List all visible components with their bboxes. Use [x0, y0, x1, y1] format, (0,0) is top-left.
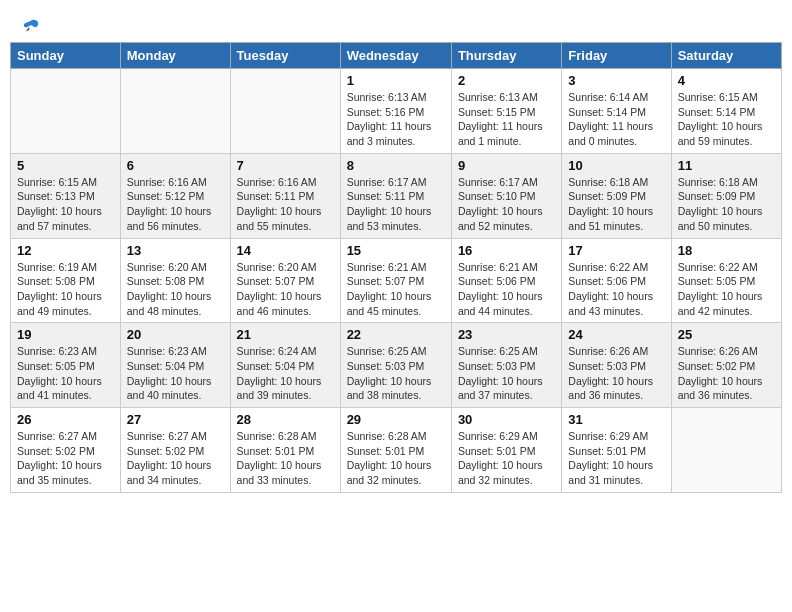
day-number: 10	[568, 158, 664, 173]
calendar-day-26: 26Sunrise: 6:27 AMSunset: 5:02 PMDayligh…	[11, 408, 121, 493]
calendar-table: SundayMondayTuesdayWednesdayThursdayFrid…	[10, 42, 782, 493]
calendar-day-16: 16Sunrise: 6:21 AMSunset: 5:06 PMDayligh…	[451, 238, 561, 323]
calendar-day-28: 28Sunrise: 6:28 AMSunset: 5:01 PMDayligh…	[230, 408, 340, 493]
day-info: Sunrise: 6:28 AMSunset: 5:01 PMDaylight:…	[347, 429, 445, 488]
day-number: 25	[678, 327, 775, 342]
day-info: Sunrise: 6:23 AMSunset: 5:05 PMDaylight:…	[17, 344, 114, 403]
calendar-day-4: 4Sunrise: 6:15 AMSunset: 5:14 PMDaylight…	[671, 69, 781, 154]
day-info: Sunrise: 6:29 AMSunset: 5:01 PMDaylight:…	[458, 429, 555, 488]
day-number: 28	[237, 412, 334, 427]
day-number: 3	[568, 73, 664, 88]
calendar-day-29: 29Sunrise: 6:28 AMSunset: 5:01 PMDayligh…	[340, 408, 451, 493]
calendar-day-2: 2Sunrise: 6:13 AMSunset: 5:15 PMDaylight…	[451, 69, 561, 154]
day-info: Sunrise: 6:28 AMSunset: 5:01 PMDaylight:…	[237, 429, 334, 488]
calendar-day-21: 21Sunrise: 6:24 AMSunset: 5:04 PMDayligh…	[230, 323, 340, 408]
calendar-day-6: 6Sunrise: 6:16 AMSunset: 5:12 PMDaylight…	[120, 153, 230, 238]
day-info: Sunrise: 6:18 AMSunset: 5:09 PMDaylight:…	[678, 175, 775, 234]
calendar-empty-cell	[120, 69, 230, 154]
day-number: 5	[17, 158, 114, 173]
day-info: Sunrise: 6:16 AMSunset: 5:11 PMDaylight:…	[237, 175, 334, 234]
day-info: Sunrise: 6:25 AMSunset: 5:03 PMDaylight:…	[458, 344, 555, 403]
day-info: Sunrise: 6:21 AMSunset: 5:06 PMDaylight:…	[458, 260, 555, 319]
day-info: Sunrise: 6:17 AMSunset: 5:10 PMDaylight:…	[458, 175, 555, 234]
day-number: 29	[347, 412, 445, 427]
calendar-week-row: 5Sunrise: 6:15 AMSunset: 5:13 PMDaylight…	[11, 153, 782, 238]
calendar-day-17: 17Sunrise: 6:22 AMSunset: 5:06 PMDayligh…	[562, 238, 671, 323]
calendar-day-12: 12Sunrise: 6:19 AMSunset: 5:08 PMDayligh…	[11, 238, 121, 323]
calendar-day-30: 30Sunrise: 6:29 AMSunset: 5:01 PMDayligh…	[451, 408, 561, 493]
calendar-header-row: SundayMondayTuesdayWednesdayThursdayFrid…	[11, 43, 782, 69]
calendar-day-5: 5Sunrise: 6:15 AMSunset: 5:13 PMDaylight…	[11, 153, 121, 238]
calendar-day-27: 27Sunrise: 6:27 AMSunset: 5:02 PMDayligh…	[120, 408, 230, 493]
day-number: 11	[678, 158, 775, 173]
calendar-week-row: 12Sunrise: 6:19 AMSunset: 5:08 PMDayligh…	[11, 238, 782, 323]
calendar-day-15: 15Sunrise: 6:21 AMSunset: 5:07 PMDayligh…	[340, 238, 451, 323]
day-number: 1	[347, 73, 445, 88]
day-number: 19	[17, 327, 114, 342]
calendar-empty-cell	[671, 408, 781, 493]
calendar-header-friday: Friday	[562, 43, 671, 69]
day-info: Sunrise: 6:13 AMSunset: 5:15 PMDaylight:…	[458, 90, 555, 149]
calendar-day-18: 18Sunrise: 6:22 AMSunset: 5:05 PMDayligh…	[671, 238, 781, 323]
calendar-day-1: 1Sunrise: 6:13 AMSunset: 5:16 PMDaylight…	[340, 69, 451, 154]
calendar-header-sunday: Sunday	[11, 43, 121, 69]
day-info: Sunrise: 6:14 AMSunset: 5:14 PMDaylight:…	[568, 90, 664, 149]
calendar-day-7: 7Sunrise: 6:16 AMSunset: 5:11 PMDaylight…	[230, 153, 340, 238]
calendar-day-9: 9Sunrise: 6:17 AMSunset: 5:10 PMDaylight…	[451, 153, 561, 238]
day-number: 22	[347, 327, 445, 342]
calendar-day-20: 20Sunrise: 6:23 AMSunset: 5:04 PMDayligh…	[120, 323, 230, 408]
day-number: 8	[347, 158, 445, 173]
calendar-header-tuesday: Tuesday	[230, 43, 340, 69]
page-header	[10, 10, 782, 36]
calendar-day-19: 19Sunrise: 6:23 AMSunset: 5:05 PMDayligh…	[11, 323, 121, 408]
day-number: 17	[568, 243, 664, 258]
day-info: Sunrise: 6:21 AMSunset: 5:07 PMDaylight:…	[347, 260, 445, 319]
day-info: Sunrise: 6:17 AMSunset: 5:11 PMDaylight:…	[347, 175, 445, 234]
calendar-week-row: 19Sunrise: 6:23 AMSunset: 5:05 PMDayligh…	[11, 323, 782, 408]
logo-bird-icon	[22, 18, 40, 36]
calendar-day-8: 8Sunrise: 6:17 AMSunset: 5:11 PMDaylight…	[340, 153, 451, 238]
day-info: Sunrise: 6:22 AMSunset: 5:05 PMDaylight:…	[678, 260, 775, 319]
day-info: Sunrise: 6:20 AMSunset: 5:08 PMDaylight:…	[127, 260, 224, 319]
day-info: Sunrise: 6:22 AMSunset: 5:06 PMDaylight:…	[568, 260, 664, 319]
day-number: 14	[237, 243, 334, 258]
calendar-day-23: 23Sunrise: 6:25 AMSunset: 5:03 PMDayligh…	[451, 323, 561, 408]
day-number: 13	[127, 243, 224, 258]
calendar-header-thursday: Thursday	[451, 43, 561, 69]
day-info: Sunrise: 6:15 AMSunset: 5:13 PMDaylight:…	[17, 175, 114, 234]
day-info: Sunrise: 6:27 AMSunset: 5:02 PMDaylight:…	[127, 429, 224, 488]
day-info: Sunrise: 6:24 AMSunset: 5:04 PMDaylight:…	[237, 344, 334, 403]
day-info: Sunrise: 6:13 AMSunset: 5:16 PMDaylight:…	[347, 90, 445, 149]
day-info: Sunrise: 6:18 AMSunset: 5:09 PMDaylight:…	[568, 175, 664, 234]
calendar-day-13: 13Sunrise: 6:20 AMSunset: 5:08 PMDayligh…	[120, 238, 230, 323]
day-number: 2	[458, 73, 555, 88]
calendar-empty-cell	[11, 69, 121, 154]
day-number: 9	[458, 158, 555, 173]
calendar-header-monday: Monday	[120, 43, 230, 69]
day-number: 21	[237, 327, 334, 342]
day-number: 16	[458, 243, 555, 258]
calendar-day-22: 22Sunrise: 6:25 AMSunset: 5:03 PMDayligh…	[340, 323, 451, 408]
day-number: 15	[347, 243, 445, 258]
day-number: 20	[127, 327, 224, 342]
day-info: Sunrise: 6:20 AMSunset: 5:07 PMDaylight:…	[237, 260, 334, 319]
day-info: Sunrise: 6:15 AMSunset: 5:14 PMDaylight:…	[678, 90, 775, 149]
calendar-day-10: 10Sunrise: 6:18 AMSunset: 5:09 PMDayligh…	[562, 153, 671, 238]
day-info: Sunrise: 6:27 AMSunset: 5:02 PMDaylight:…	[17, 429, 114, 488]
day-number: 31	[568, 412, 664, 427]
calendar-header-wednesday: Wednesday	[340, 43, 451, 69]
logo	[20, 18, 40, 32]
day-number: 4	[678, 73, 775, 88]
day-number: 12	[17, 243, 114, 258]
day-info: Sunrise: 6:26 AMSunset: 5:03 PMDaylight:…	[568, 344, 664, 403]
day-info: Sunrise: 6:25 AMSunset: 5:03 PMDaylight:…	[347, 344, 445, 403]
calendar-day-31: 31Sunrise: 6:29 AMSunset: 5:01 PMDayligh…	[562, 408, 671, 493]
calendar-day-25: 25Sunrise: 6:26 AMSunset: 5:02 PMDayligh…	[671, 323, 781, 408]
day-number: 23	[458, 327, 555, 342]
day-number: 7	[237, 158, 334, 173]
calendar-week-row: 26Sunrise: 6:27 AMSunset: 5:02 PMDayligh…	[11, 408, 782, 493]
calendar-header-saturday: Saturday	[671, 43, 781, 69]
day-info: Sunrise: 6:16 AMSunset: 5:12 PMDaylight:…	[127, 175, 224, 234]
day-number: 18	[678, 243, 775, 258]
day-number: 6	[127, 158, 224, 173]
